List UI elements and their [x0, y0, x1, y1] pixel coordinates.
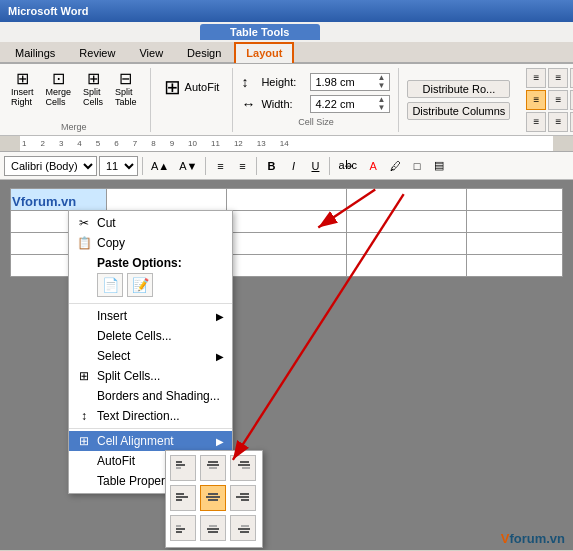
merge-group: ⊞ InsertRight ⊡ MergeCells ⊞ SplitCells … — [6, 68, 151, 132]
sub-align-top-right[interactable] — [230, 455, 256, 481]
table-cell[interactable] — [467, 189, 563, 211]
align-right-button[interactable]: ≡ — [232, 156, 252, 176]
insert-right-button[interactable]: ⊞ InsertRight — [6, 68, 39, 110]
copy-label: Copy — [97, 236, 125, 250]
table-cell[interactable] — [347, 189, 467, 211]
table-cell[interactable] — [227, 211, 347, 233]
tab-layout[interactable]: Layout — [234, 42, 294, 63]
context-menu-borders-shading[interactable]: Borders and Shading... — [69, 386, 232, 406]
strikethrough-button[interactable]: ab̶c — [334, 156, 361, 176]
border-button[interactable]: □ — [407, 156, 427, 176]
underline-button[interactable]: U — [305, 156, 325, 176]
increase-font-button[interactable]: A▲ — [147, 156, 173, 176]
align-top-left[interactable]: ≡ — [526, 68, 546, 88]
tab-design[interactable]: Design — [176, 43, 232, 62]
tab-view[interactable]: View — [128, 43, 174, 62]
table-tools-label: Table Tools — [200, 24, 320, 40]
align-bot-left[interactable]: ≡ — [526, 112, 546, 132]
svg-rect-6 — [240, 461, 249, 463]
table-cell[interactable] — [347, 211, 467, 233]
toolbar-separator-4 — [329, 157, 330, 175]
merge-group-label: Merge — [61, 122, 87, 132]
align-left-button[interactable]: ≡ — [210, 156, 230, 176]
highlight-button[interactable]: 🖊 — [385, 156, 405, 176]
distribute-rows-button[interactable]: Distribute Ro... — [407, 80, 510, 98]
table-cell[interactable] — [347, 255, 467, 277]
paste-icon-1[interactable]: 📄 — [97, 273, 123, 297]
distribute-cols-button[interactable]: Distribute Columns — [407, 102, 510, 120]
table-cell[interactable] — [227, 233, 347, 255]
toolbar-separator-2 — [205, 157, 206, 175]
split-cells-ctx-icon: ⊞ — [75, 367, 93, 385]
table-cell[interactable] — [227, 189, 347, 211]
context-menu-delete-cells[interactable]: Delete Cells... — [69, 326, 232, 346]
insert-label: Insert — [97, 309, 127, 323]
sub-align-bot-right[interactable] — [230, 515, 256, 541]
sub-align-mid-right[interactable] — [230, 485, 256, 511]
bold-button[interactable]: B — [261, 156, 281, 176]
height-down[interactable]: ▼ — [378, 82, 386, 90]
context-menu-select[interactable]: Select ▶ — [69, 346, 232, 366]
font-family-select[interactable]: Calibri (Body) — [4, 156, 97, 176]
shading-button[interactable]: ▤ — [429, 156, 449, 176]
context-menu-copy[interactable]: 📋 Copy — [69, 233, 232, 253]
format-toolbar: Calibri (Body) 11 A▲ A▼ ≡ ≡ B I U ab̶c A… — [0, 152, 573, 180]
select-arrow-icon: ▶ — [196, 351, 224, 362]
svg-rect-7 — [238, 464, 250, 466]
table-cell[interactable] — [347, 233, 467, 255]
height-input[interactable]: 1.98 cm ▲ ▼ — [310, 73, 390, 91]
sub-align-top-left[interactable] — [170, 455, 196, 481]
split-cells-button[interactable]: ⊞ SplitCells — [78, 68, 108, 110]
tab-review[interactable]: Review — [68, 43, 126, 62]
sub-align-mid-left[interactable] — [170, 485, 196, 511]
vforum-logo: Vforum.vn — [501, 531, 565, 546]
width-icon: ↔ — [241, 96, 257, 112]
split-cells-icon: ⊞ — [87, 71, 100, 87]
table-cell[interactable] — [467, 233, 563, 255]
autofit-button[interactable]: ⊞ AutoFit — [159, 72, 225, 102]
svg-rect-13 — [206, 496, 220, 498]
width-value: 4.22 cm — [315, 98, 375, 110]
svg-rect-2 — [176, 467, 181, 469]
width-down[interactable]: ▼ — [378, 104, 386, 112]
svg-rect-0 — [176, 461, 182, 463]
sub-align-bot-left[interactable] — [170, 515, 196, 541]
italic-button[interactable]: I — [283, 156, 303, 176]
font-size-select[interactable]: 11 — [99, 156, 138, 176]
decrease-font-button[interactable]: A▼ — [175, 156, 201, 176]
split-table-button[interactable]: ⊟ SplitTable — [110, 68, 142, 110]
table-cell[interactable] — [467, 211, 563, 233]
svg-rect-23 — [208, 531, 218, 533]
svg-rect-10 — [176, 496, 188, 498]
context-menu-cut[interactable]: ✂ Cut — [69, 213, 232, 233]
align-mid-center[interactable]: ≡ — [548, 90, 568, 110]
height-spinners[interactable]: ▲ ▼ — [378, 74, 386, 90]
svg-rect-12 — [208, 493, 218, 495]
merge-cells-label: MergeCells — [46, 87, 72, 107]
merge-cells-button[interactable]: ⊡ MergeCells — [41, 68, 77, 110]
context-menu-text-direction[interactable]: ↕ Text Direction... — [69, 406, 232, 426]
sub-align-mid-center[interactable] — [200, 485, 226, 511]
table-cell[interactable] — [227, 255, 347, 277]
align-top-center[interactable]: ≡ — [548, 68, 568, 88]
svg-rect-21 — [209, 525, 217, 527]
app-title: Microsoft Word — [8, 5, 88, 17]
svg-rect-5 — [209, 467, 217, 469]
split-table-label: SplitTable — [115, 87, 137, 107]
tab-mailings[interactable]: Mailings — [4, 43, 66, 62]
align-bot-center[interactable]: ≡ — [548, 112, 568, 132]
context-menu-cell-alignment[interactable]: ⊞ Cell Alignment ▶ — [69, 431, 232, 451]
paste-icon-2[interactable]: 📝 — [127, 273, 153, 297]
width-input[interactable]: 4.22 cm ▲ ▼ — [310, 95, 390, 113]
context-menu-split-cells[interactable]: ⊞ Split Cells... — [69, 366, 232, 386]
font-color-button[interactable]: A — [363, 156, 383, 176]
width-spinners[interactable]: ▲ ▼ — [378, 96, 386, 112]
table-cell[interactable] — [467, 255, 563, 277]
toolbar-separator-1 — [142, 157, 143, 175]
sub-align-top-center[interactable] — [200, 455, 226, 481]
context-menu-insert[interactable]: Insert ▶ — [69, 306, 232, 326]
ruler: 123 456 789 101112 1314 — [0, 136, 573, 152]
align-mid-left[interactable]: ≡ — [526, 90, 546, 110]
table-cell[interactable] — [107, 189, 227, 211]
sub-align-bot-center[interactable] — [200, 515, 226, 541]
